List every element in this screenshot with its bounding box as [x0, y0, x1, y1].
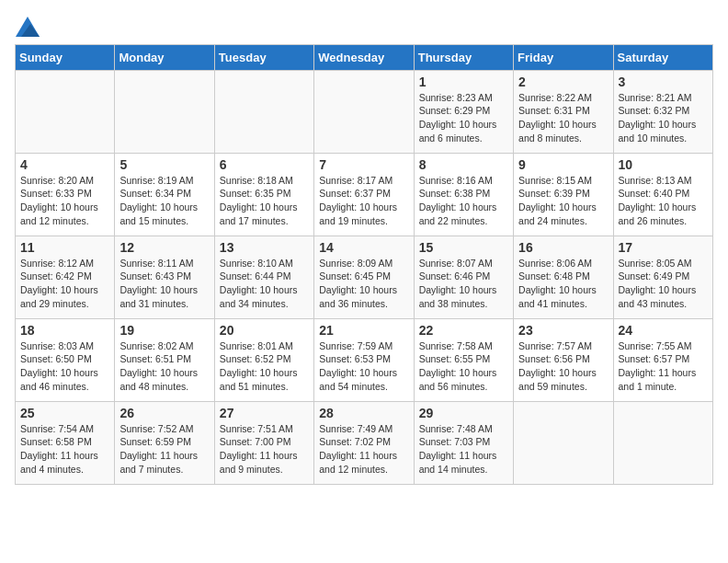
- day-info: Sunrise: 7:59 AM Sunset: 6:53 PM Dayligh…: [319, 339, 408, 394]
- calendar-cell: 15Sunrise: 8:07 AM Sunset: 6:46 PM Dayli…: [414, 236, 513, 318]
- day-info: Sunrise: 8:22 AM Sunset: 6:31 PM Dayligh…: [518, 91, 608, 145]
- day-info: Sunrise: 8:20 AM Sunset: 6:33 PM Dayligh…: [20, 174, 109, 228]
- day-info: Sunrise: 8:19 AM Sunset: 6:34 PM Dayligh…: [119, 174, 209, 228]
- day-number: 21: [319, 323, 408, 338]
- day-info: Sunrise: 8:15 AM Sunset: 6:39 PM Dayligh…: [518, 174, 608, 228]
- header-day-monday: Monday: [115, 44, 214, 70]
- day-info: Sunrise: 7:48 AM Sunset: 7:03 PM Dayligh…: [419, 422, 508, 477]
- day-number: 26: [119, 406, 209, 420]
- calendar-cell: 9Sunrise: 8:15 AM Sunset: 6:39 PM Daylig…: [514, 153, 613, 236]
- calendar-cell: 16Sunrise: 8:06 AM Sunset: 6:48 PM Dayli…: [514, 236, 613, 318]
- calendar-cell: 23Sunrise: 7:57 AM Sunset: 6:56 PM Dayli…: [514, 318, 613, 401]
- day-number: 14: [319, 240, 408, 255]
- day-number: 25: [20, 406, 109, 420]
- calendar-table: SundayMondayTuesdayWednesdayThursdayFrid…: [15, 44, 713, 485]
- day-number: 16: [518, 240, 608, 255]
- day-number: 19: [119, 323, 209, 338]
- calendar-cell: 1Sunrise: 8:23 AM Sunset: 6:29 PM Daylig…: [414, 70, 513, 153]
- calendar-cell: 27Sunrise: 7:51 AM Sunset: 7:00 PM Dayli…: [214, 401, 313, 484]
- day-number: 11: [20, 240, 109, 255]
- day-number: 10: [619, 157, 708, 172]
- day-number: 27: [220, 406, 309, 420]
- day-number: 12: [119, 240, 209, 255]
- day-info: Sunrise: 8:07 AM Sunset: 6:46 PM Dayligh…: [419, 257, 508, 311]
- calendar-cell: 28Sunrise: 7:49 AM Sunset: 7:02 PM Dayli…: [314, 401, 414, 484]
- calendar-cell: 20Sunrise: 8:01 AM Sunset: 6:52 PM Dayli…: [214, 318, 313, 401]
- day-info: Sunrise: 7:54 AM Sunset: 6:58 PM Dayligh…: [20, 422, 109, 477]
- calendar-cell: 3Sunrise: 8:21 AM Sunset: 6:32 PM Daylig…: [613, 70, 712, 153]
- day-number: 17: [619, 240, 708, 255]
- calendar-cell: 25Sunrise: 7:54 AM Sunset: 6:58 PM Dayli…: [16, 401, 115, 484]
- week-row-2: 4Sunrise: 8:20 AM Sunset: 6:33 PM Daylig…: [16, 153, 713, 236]
- day-info: Sunrise: 8:11 AM Sunset: 6:43 PM Dayligh…: [119, 257, 209, 311]
- logo-icon: [16, 17, 40, 37]
- week-row-4: 18Sunrise: 8:03 AM Sunset: 6:50 PM Dayli…: [16, 318, 713, 401]
- calendar-cell: 13Sunrise: 8:10 AM Sunset: 6:44 PM Dayli…: [214, 236, 313, 318]
- calendar-cell: 11Sunrise: 8:12 AM Sunset: 6:42 PM Dayli…: [16, 236, 115, 318]
- day-info: Sunrise: 8:13 AM Sunset: 6:40 PM Dayligh…: [619, 174, 708, 228]
- header-day-saturday: Saturday: [613, 44, 712, 70]
- calendar-cell: 22Sunrise: 7:58 AM Sunset: 6:55 PM Dayli…: [414, 318, 513, 401]
- calendar-cell: 14Sunrise: 8:09 AM Sunset: 6:45 PM Dayli…: [314, 236, 414, 318]
- calendar-cell: 26Sunrise: 7:52 AM Sunset: 6:59 PM Dayli…: [115, 401, 214, 484]
- day-info: Sunrise: 7:49 AM Sunset: 7:02 PM Dayligh…: [319, 422, 408, 477]
- calendar-body: 1Sunrise: 8:23 AM Sunset: 6:29 PM Daylig…: [16, 70, 713, 484]
- day-info: Sunrise: 8:06 AM Sunset: 6:48 PM Dayligh…: [518, 257, 608, 311]
- day-number: 2: [518, 75, 608, 89]
- calendar-cell: 2Sunrise: 8:22 AM Sunset: 6:31 PM Daylig…: [514, 70, 613, 153]
- calendar-cell: 7Sunrise: 8:17 AM Sunset: 6:37 PM Daylig…: [314, 153, 414, 236]
- day-number: 29: [419, 406, 508, 420]
- calendar-cell: [115, 70, 214, 153]
- day-number: 3: [619, 75, 708, 89]
- calendar-cell: 21Sunrise: 7:59 AM Sunset: 6:53 PM Dayli…: [314, 318, 414, 401]
- calendar-cell: 19Sunrise: 8:02 AM Sunset: 6:51 PM Dayli…: [115, 318, 214, 401]
- header-day-wednesday: Wednesday: [314, 44, 414, 70]
- calendar-cell: 4Sunrise: 8:20 AM Sunset: 6:33 PM Daylig…: [16, 153, 115, 236]
- day-info: Sunrise: 7:52 AM Sunset: 6:59 PM Dayligh…: [119, 422, 209, 477]
- day-info: Sunrise: 8:23 AM Sunset: 6:29 PM Dayligh…: [419, 91, 508, 145]
- header-day-thursday: Thursday: [414, 44, 513, 70]
- calendar-cell: 18Sunrise: 8:03 AM Sunset: 6:50 PM Dayli…: [16, 318, 115, 401]
- header-day-tuesday: Tuesday: [214, 44, 313, 70]
- day-number: 18: [20, 323, 109, 338]
- day-number: 6: [220, 157, 309, 172]
- calendar-cell: [613, 401, 712, 484]
- calendar-cell: [214, 70, 313, 153]
- calendar-cell: 10Sunrise: 8:13 AM Sunset: 6:40 PM Dayli…: [613, 153, 712, 236]
- day-info: Sunrise: 8:17 AM Sunset: 6:37 PM Dayligh…: [319, 174, 408, 228]
- day-info: Sunrise: 8:01 AM Sunset: 6:52 PM Dayligh…: [220, 339, 309, 394]
- day-info: Sunrise: 8:02 AM Sunset: 6:51 PM Dayligh…: [119, 339, 209, 394]
- day-info: Sunrise: 7:55 AM Sunset: 6:57 PM Dayligh…: [619, 339, 708, 394]
- day-info: Sunrise: 8:18 AM Sunset: 6:35 PM Dayligh…: [220, 174, 309, 228]
- day-info: Sunrise: 8:03 AM Sunset: 6:50 PM Dayligh…: [20, 339, 109, 394]
- calendar-cell: [514, 401, 613, 484]
- day-number: 20: [220, 323, 309, 338]
- header-day-friday: Friday: [514, 44, 613, 70]
- page-header: [15, 15, 713, 37]
- week-row-3: 11Sunrise: 8:12 AM Sunset: 6:42 PM Dayli…: [16, 236, 713, 318]
- day-info: Sunrise: 8:10 AM Sunset: 6:44 PM Dayligh…: [220, 257, 309, 311]
- day-number: 8: [419, 157, 508, 172]
- calendar-cell: 24Sunrise: 7:55 AM Sunset: 6:57 PM Dayli…: [613, 318, 712, 401]
- calendar-cell: 6Sunrise: 8:18 AM Sunset: 6:35 PM Daylig…: [214, 153, 313, 236]
- day-info: Sunrise: 8:16 AM Sunset: 6:38 PM Dayligh…: [419, 174, 508, 228]
- day-number: 13: [220, 240, 309, 255]
- day-number: 15: [419, 240, 508, 255]
- calendar-cell: 29Sunrise: 7:48 AM Sunset: 7:03 PM Dayli…: [414, 401, 513, 484]
- day-info: Sunrise: 8:12 AM Sunset: 6:42 PM Dayligh…: [20, 257, 109, 311]
- calendar-header-row: SundayMondayTuesdayWednesdayThursdayFrid…: [16, 44, 713, 70]
- calendar-cell: [314, 70, 414, 153]
- day-number: 24: [619, 323, 708, 338]
- day-info: Sunrise: 7:51 AM Sunset: 7:00 PM Dayligh…: [220, 422, 309, 477]
- logo: [15, 15, 40, 37]
- day-number: 9: [518, 157, 608, 172]
- day-info: Sunrise: 7:57 AM Sunset: 6:56 PM Dayligh…: [518, 339, 608, 394]
- week-row-5: 25Sunrise: 7:54 AM Sunset: 6:58 PM Dayli…: [16, 401, 713, 484]
- day-number: 4: [20, 157, 109, 172]
- day-number: 23: [518, 323, 608, 338]
- day-info: Sunrise: 8:21 AM Sunset: 6:32 PM Dayligh…: [619, 91, 708, 145]
- calendar-cell: 5Sunrise: 8:19 AM Sunset: 6:34 PM Daylig…: [115, 153, 214, 236]
- day-info: Sunrise: 8:05 AM Sunset: 6:49 PM Dayligh…: [619, 257, 708, 311]
- calendar-cell: 17Sunrise: 8:05 AM Sunset: 6:49 PM Dayli…: [613, 236, 712, 318]
- day-info: Sunrise: 7:58 AM Sunset: 6:55 PM Dayligh…: [419, 339, 508, 394]
